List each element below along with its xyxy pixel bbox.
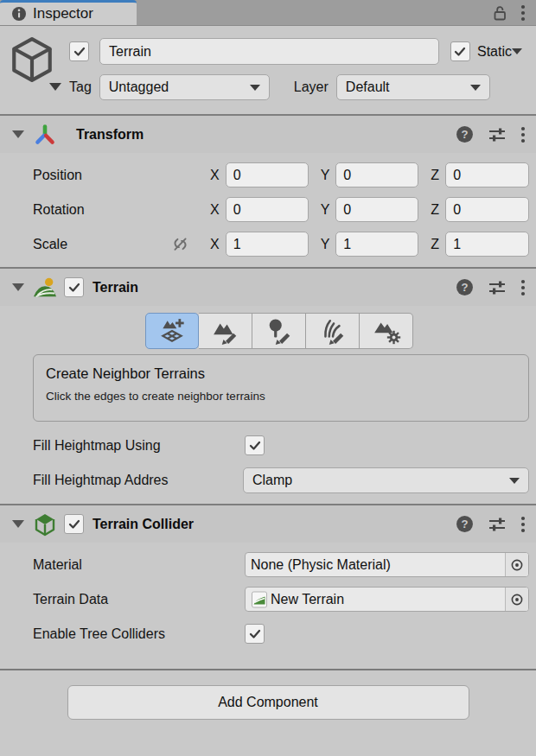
position-row: Position X Y Z xyxy=(0,162,536,187)
gameobject-active-checkbox[interactable] xyxy=(69,41,89,61)
layer-dropdown[interactable]: Default xyxy=(336,74,490,100)
position-x-input[interactable] xyxy=(226,162,309,187)
tree-colliders-row: Enable Tree Colliders xyxy=(0,621,536,646)
terrain-toolbar xyxy=(145,313,536,349)
static-label: Static xyxy=(477,44,512,60)
terrain-collider-header[interactable]: Terrain Collider ? xyxy=(0,505,536,543)
terrain-icon xyxy=(33,276,57,300)
tab-inspector[interactable]: Inspector xyxy=(0,0,137,25)
fill-heightmap-using-row: Fill Heightmap Using xyxy=(0,433,536,458)
presets-icon[interactable] xyxy=(488,279,507,296)
foldout-arrow-icon[interactable] xyxy=(12,130,24,138)
transform-component: Transform ? Position X Y Z xyxy=(0,114,536,267)
kebab-menu-icon[interactable] xyxy=(520,4,526,22)
scale-label: Scale xyxy=(33,237,171,252)
axis-x-label: X xyxy=(210,202,220,218)
axis-y-label: Y xyxy=(321,237,330,252)
layer-value: Default xyxy=(346,79,390,95)
axis-x-label: X xyxy=(210,237,220,252)
rotation-z-input[interactable] xyxy=(445,197,529,222)
svg-text:?: ? xyxy=(461,518,468,530)
help-icon[interactable]: ? xyxy=(456,125,474,143)
axis-z-label: Z xyxy=(431,237,439,252)
gameobject-name-input[interactable] xyxy=(99,38,439,65)
terrain-header[interactable]: Terrain ? xyxy=(0,269,536,306)
terrain-data-value: New Terrain xyxy=(271,592,344,607)
foldout-arrow-icon[interactable] xyxy=(12,520,24,528)
axis-z-label: Z xyxy=(431,168,439,183)
tool-paint-terrain[interactable] xyxy=(199,313,252,349)
axis-y-label: Y xyxy=(321,168,330,183)
material-label: Material xyxy=(33,557,245,573)
fill-heightmap-using-label: Fill Heightmap Using xyxy=(33,438,245,454)
transform-icon xyxy=(33,123,57,147)
material-row: Material None (Physic Material) xyxy=(0,552,536,577)
lock-icon[interactable] xyxy=(491,4,508,22)
helpbox-subtitle: Click the edges to create neighbor terra… xyxy=(46,390,516,403)
object-picker-icon[interactable] xyxy=(505,588,528,611)
fill-heightmap-address-value: Clamp xyxy=(252,473,292,488)
scale-y-input[interactable] xyxy=(335,232,418,257)
foldout-arrow-icon[interactable] xyxy=(12,283,24,291)
tool-paint-details[interactable] xyxy=(306,313,360,349)
layer-label: Layer xyxy=(294,79,329,95)
chevron-down-icon xyxy=(470,85,481,91)
gameobject-icon-dropdown-arrow[interactable] xyxy=(49,83,61,91)
kebab-menu-icon[interactable] xyxy=(520,279,526,296)
tag-value: Untagged xyxy=(109,79,169,95)
position-z-input[interactable] xyxy=(445,162,529,187)
terrain-collider-icon xyxy=(33,512,57,537)
material-object-field[interactable]: None (Physic Material) xyxy=(245,552,529,577)
terrain-data-object-field[interactable]: New Terrain xyxy=(245,587,529,612)
tool-terrain-settings[interactable] xyxy=(360,313,413,349)
tool-create-neighbor-terrains[interactable] xyxy=(145,313,199,349)
scale-x-input[interactable] xyxy=(226,232,309,257)
scale-row: Scale X Y Z xyxy=(0,232,536,257)
inspector-panel: Inspector xyxy=(0,0,536,756)
position-y-input[interactable] xyxy=(335,162,418,187)
gameobject-cube-icon[interactable] xyxy=(10,36,54,88)
collider-enabled-checkbox[interactable] xyxy=(64,514,84,534)
chevron-down-icon xyxy=(509,478,520,484)
terrain-title: Terrain xyxy=(93,280,138,295)
info-icon xyxy=(11,6,27,22)
tag-dropdown[interactable]: Untagged xyxy=(99,74,270,100)
fill-heightmap-address-row: Fill Heightmap Addres Clamp xyxy=(0,467,536,493)
presets-icon[interactable] xyxy=(488,516,507,533)
rotation-x-input[interactable] xyxy=(226,197,309,222)
rotation-row: Rotation X Y Z xyxy=(0,197,536,222)
static-checkbox[interactable] xyxy=(450,41,470,61)
tag-label: Tag xyxy=(69,79,92,95)
scale-z-input[interactable] xyxy=(445,232,529,257)
terrain-enabled-checkbox[interactable] xyxy=(64,277,84,297)
terrain-asset-icon xyxy=(251,591,268,608)
terrain-data-label: Terrain Data xyxy=(33,592,245,607)
terrain-component: Terrain ? xyxy=(0,267,536,504)
terrain-collider-component: Terrain Collider ? Material None (Physic… xyxy=(0,504,536,657)
axis-x-label: X xyxy=(210,168,220,183)
tree-colliders-label: Enable Tree Colliders xyxy=(33,626,245,642)
fill-heightmap-address-dropdown[interactable]: Clamp xyxy=(243,467,529,493)
presets-icon[interactable] xyxy=(488,126,507,143)
helpbox-title: Create Neighbor Terrains xyxy=(46,365,516,382)
tool-paint-trees[interactable] xyxy=(252,313,306,349)
fill-heightmap-address-label: Fill Heightmap Addres xyxy=(33,473,243,488)
terrain-collider-title: Terrain Collider xyxy=(93,517,194,532)
static-dropdown-arrow[interactable] xyxy=(512,48,522,54)
kebab-menu-icon[interactable] xyxy=(520,126,526,143)
broken-link-icon[interactable] xyxy=(171,235,189,253)
tab-label: Inspector xyxy=(33,5,93,22)
gameobject-header: Static Tag Untagged Layer Default xyxy=(0,26,536,114)
rotation-y-input[interactable] xyxy=(335,197,418,222)
help-icon[interactable]: ? xyxy=(456,515,474,533)
kebab-menu-icon[interactable] xyxy=(520,516,526,533)
object-picker-icon[interactable] xyxy=(505,553,528,576)
transform-title: Transform xyxy=(76,127,144,143)
add-component-button[interactable]: Add Component xyxy=(67,685,469,720)
transform-header[interactable]: Transform ? xyxy=(0,116,536,153)
help-icon[interactable]: ? xyxy=(456,278,474,296)
fill-heightmap-using-checkbox[interactable] xyxy=(245,435,265,455)
position-label: Position xyxy=(33,168,171,183)
tree-colliders-checkbox[interactable] xyxy=(245,624,265,644)
create-neighbor-helpbox: Create Neighbor Terrains Click the edges… xyxy=(33,354,529,422)
